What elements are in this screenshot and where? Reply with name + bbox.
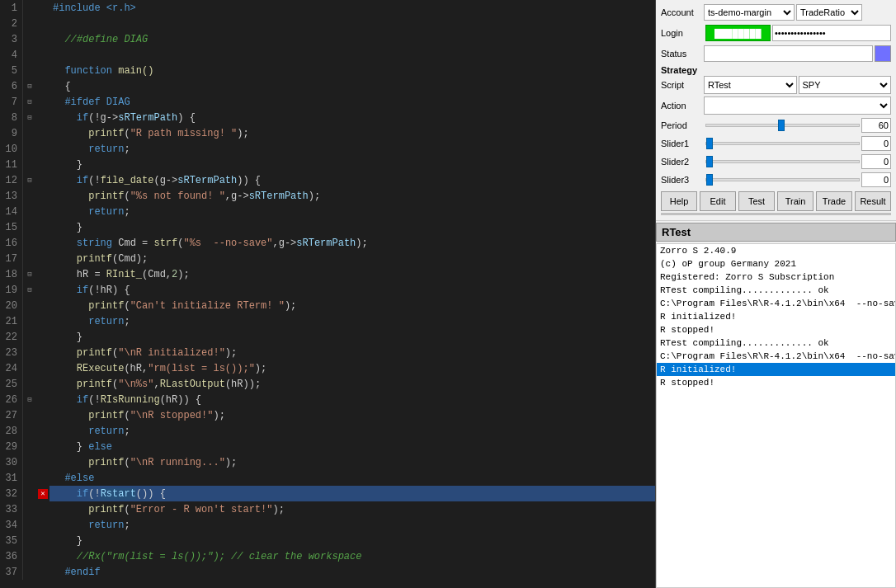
fold-gutter bbox=[23, 235, 36, 251]
code-content: printf("\nR stopped!"); bbox=[50, 407, 655, 423]
slider1-row: Slider1 0 bbox=[661, 135, 891, 152]
fold-gutter bbox=[23, 407, 36, 423]
code-content: } bbox=[50, 533, 655, 548]
line-number: 21 bbox=[0, 313, 23, 329]
action-label: Action bbox=[661, 101, 704, 111]
line-number: 27 bbox=[0, 407, 23, 423]
code-line-10[interactable]: 10 return; bbox=[0, 141, 655, 157]
code-line-14[interactable]: 14 return; bbox=[0, 204, 655, 219]
output-line: (c) oP group Germany 2021 bbox=[657, 257, 895, 270]
password-field[interactable] bbox=[772, 25, 891, 41]
error-gutter bbox=[36, 407, 50, 423]
slider3-thumb[interactable] bbox=[706, 174, 713, 186]
error-gutter bbox=[36, 470, 50, 486]
slider3-track[interactable] bbox=[705, 178, 860, 181]
code-line-4[interactable]: 4 bbox=[0, 47, 655, 63]
error-gutter bbox=[36, 533, 50, 548]
code-line-6[interactable]: 6⊟ { bbox=[0, 78, 655, 94]
code-line-26[interactable]: 26⊟ if(!RIsRunning(hR)) { bbox=[0, 392, 655, 407]
result-button[interactable]: Result bbox=[855, 191, 891, 211]
error-gutter bbox=[36, 517, 50, 533]
code-line-24[interactable]: 24 RExecute(hR,"rm(list = ls());"); bbox=[0, 360, 655, 376]
account-select[interactable]: ts-demo-margin bbox=[704, 4, 795, 21]
test-button[interactable]: Test bbox=[738, 191, 775, 211]
code-line-18[interactable]: 18⊟ hR = RInit_(Cmd,2); bbox=[0, 266, 655, 282]
script-select[interactable]: RTest bbox=[704, 76, 797, 94]
code-line-23[interactable]: 23 printf("\nR initialized!"); bbox=[0, 345, 655, 360]
error-gutter bbox=[36, 125, 50, 141]
period-thumb[interactable] bbox=[778, 120, 785, 131]
code-line-32[interactable]: 32✕ if(!Rstart()) { bbox=[0, 486, 655, 501]
output-line: RTest compiling............. ok bbox=[657, 284, 895, 297]
edit-button[interactable]: Edit bbox=[700, 191, 736, 211]
code-editor-panel: 1#include <r.h>23 //#define DIAG45 funct… bbox=[0, 0, 656, 588]
traderatio-select[interactable]: TradeRatio bbox=[796, 4, 862, 21]
code-line-34[interactable]: 34 return; bbox=[0, 517, 655, 533]
error-gutter bbox=[36, 282, 50, 298]
fold-gutter bbox=[23, 345, 36, 360]
error-gutter bbox=[36, 266, 50, 282]
code-line-2[interactable]: 2 bbox=[0, 16, 655, 31]
slider2-thumb[interactable] bbox=[706, 156, 713, 167]
code-line-22[interactable]: 22 } bbox=[0, 329, 655, 345]
code-editor[interactable]: 1#include <r.h>23 //#define DIAG45 funct… bbox=[0, 0, 655, 588]
code-line-16[interactable]: 16 string Cmd = strf("%s --no-save",g->s… bbox=[0, 235, 655, 251]
error-gutter bbox=[36, 501, 50, 517]
login-green-button[interactable]: ████████ bbox=[705, 25, 771, 41]
fold-gutter bbox=[23, 439, 36, 454]
code-line-36[interactable]: 36 //Rx("rm(list = ls());"); // clear th… bbox=[0, 548, 655, 564]
line-number: 7 bbox=[0, 94, 23, 110]
code-line-19[interactable]: 19⊟ if(!hR) { bbox=[0, 282, 655, 298]
slider2-track[interactable] bbox=[705, 160, 860, 163]
code-line-21[interactable]: 21 return; bbox=[0, 313, 655, 329]
slider1-track[interactable] bbox=[705, 142, 860, 145]
error-gutter bbox=[36, 31, 50, 47]
error-gutter bbox=[36, 235, 50, 251]
error-gutter bbox=[36, 47, 50, 63]
code-line-15[interactable]: 15 } bbox=[0, 219, 655, 235]
code-line-17[interactable]: 17 printf(Cmd); bbox=[0, 251, 655, 266]
code-line-13[interactable]: 13 printf("%s not found! ",g->sRTermPath… bbox=[0, 188, 655, 204]
code-content: return; bbox=[50, 517, 655, 533]
output-panel[interactable]: Zorro S 2.40.9(c) oP group Germany 2021R… bbox=[656, 243, 896, 588]
code-line-31[interactable]: 31 #else bbox=[0, 470, 655, 486]
code-line-37[interactable]: 37 #endif bbox=[0, 564, 655, 580]
code-content: printf("\nR initialized!"); bbox=[50, 345, 655, 360]
line-number: 19 bbox=[0, 282, 23, 298]
code-content: function main() bbox=[50, 63, 655, 78]
fold-gutter bbox=[23, 517, 36, 533]
code-line-8[interactable]: 8⊟ if(!g->sRTermPath) { bbox=[0, 110, 655, 125]
code-line-29[interactable]: 29 } else bbox=[0, 439, 655, 454]
help-button[interactable]: Help bbox=[661, 191, 697, 211]
code-line-5[interactable]: 5 function main() bbox=[0, 63, 655, 78]
code-line-20[interactable]: 20 printf("Can't initialize RTerm! "); bbox=[0, 298, 655, 313]
code-line-12[interactable]: 12⊟ if(!file_date(g->sRTermPath)) { bbox=[0, 172, 655, 188]
train-button[interactable]: Train bbox=[777, 191, 813, 211]
status-color-button[interactable] bbox=[875, 45, 891, 62]
code-line-1[interactable]: 1#include <r.h> bbox=[0, 0, 655, 16]
code-line-27[interactable]: 27 printf("\nR stopped!"); bbox=[0, 407, 655, 423]
period-slider[interactable] bbox=[705, 124, 860, 127]
code-line-28[interactable]: 28 return; bbox=[0, 423, 655, 439]
line-number: 28 bbox=[0, 423, 23, 439]
line-number: 17 bbox=[0, 251, 23, 266]
fold-gutter bbox=[23, 298, 36, 313]
code-line-33[interactable]: 33 printf("Error - R won't start!"); bbox=[0, 501, 655, 517]
code-line-7[interactable]: 7⊟ #ifdef DIAG bbox=[0, 94, 655, 110]
code-line-11[interactable]: 11 } bbox=[0, 157, 655, 172]
code-line-25[interactable]: 25 printf("\n%s",RLastOutput(hR)); bbox=[0, 376, 655, 392]
slider1-thumb[interactable] bbox=[706, 138, 713, 149]
code-content: if(!Rstart()) { bbox=[50, 486, 655, 501]
fold-gutter: ⊟ bbox=[23, 110, 36, 125]
code-line-9[interactable]: 9 printf("R path missing! "); bbox=[0, 125, 655, 141]
action-select[interactable] bbox=[704, 96, 891, 115]
fold-gutter bbox=[23, 31, 36, 47]
line-number: 31 bbox=[0, 470, 23, 486]
period-value: 60 bbox=[861, 118, 891, 133]
trade-button[interactable]: Trade bbox=[816, 191, 852, 211]
code-line-30[interactable]: 30 printf("\nR running..."); bbox=[0, 454, 655, 470]
symbol-select[interactable]: SPY bbox=[799, 76, 892, 94]
code-line-35[interactable]: 35 } bbox=[0, 533, 655, 548]
code-line-3[interactable]: 3 //#define DIAG bbox=[0, 31, 655, 47]
code-content: RExecute(hR,"rm(list = ls());"); bbox=[50, 360, 655, 376]
